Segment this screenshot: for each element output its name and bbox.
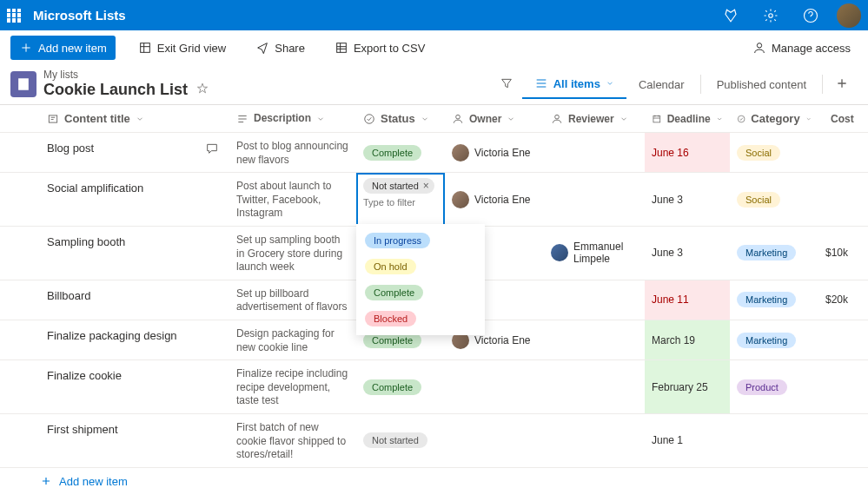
manage-access-button[interactable]: Manage access	[745, 37, 858, 58]
export-csv-button[interactable]: Export to CSV	[328, 37, 432, 58]
help-icon[interactable]	[797, 2, 825, 30]
cell-category[interactable]: Product	[730, 360, 818, 413]
status-option[interactable]: In progress	[356, 228, 485, 254]
cell-reviewer[interactable]	[544, 320, 645, 359]
cell-status[interactable]: Complete	[356, 360, 445, 413]
status-option[interactable]: Complete	[356, 280, 485, 306]
cell-deadline[interactable]: June 16	[645, 133, 730, 172]
cell-category[interactable]: Social	[730, 133, 818, 172]
col-content-title[interactable]: Content title	[40, 105, 229, 132]
add-new-item-button[interactable]: Add new item	[10, 36, 116, 60]
cell-cost[interactable]	[818, 133, 858, 172]
row-handle[interactable]	[0, 414, 40, 467]
premium-icon[interactable]	[717, 2, 745, 30]
cell-reviewer[interactable]	[544, 280, 645, 320]
reviewer-name: Emmanuel Limpele	[573, 241, 638, 265]
cell-cost[interactable]: $20k	[818, 280, 858, 320]
cell-owner[interactable]	[445, 414, 544, 467]
cell-category[interactable]: Marketing	[730, 227, 818, 280]
svg-rect-2	[140, 43, 149, 53]
cell-reviewer[interactable]	[544, 173, 645, 226]
gear-icon[interactable]	[757, 2, 785, 30]
cell-deadline[interactable]: March 19	[645, 320, 730, 359]
cell-description[interactable]: Post about launch to Twitter, Facebook, …	[229, 173, 356, 226]
cell-description[interactable]: Design packaging for new cookie line	[229, 320, 356, 359]
add-new-item-row[interactable]: Add new item	[0, 468, 868, 488]
cell-title[interactable]: Finalize cookie	[40, 360, 229, 413]
cell-status[interactable]: Not started	[356, 414, 445, 467]
status-option[interactable]: Blocked	[356, 306, 485, 332]
table-row[interactable]: Finalize cookieFinalize recipe including…	[0, 360, 868, 414]
row-handle[interactable]	[0, 360, 40, 413]
table-row[interactable]: First shipmentFirst batch of new cookie …	[0, 414, 868, 468]
table-row[interactable]: Social amplificationPost about launch to…	[0, 173, 868, 227]
cell-owner[interactable]: Victoria Ene	[445, 173, 544, 226]
table-row[interactable]: Blog postPost to blog announcing new fla…	[0, 133, 868, 173]
status-filter-input[interactable]	[363, 197, 438, 208]
cell-cost[interactable]	[818, 360, 858, 413]
comment-icon[interactable]	[205, 142, 219, 158]
cell-deadline[interactable]: June 3	[645, 173, 730, 226]
app-launcher-icon[interactable]	[7, 9, 21, 23]
status-pill: Not started	[363, 432, 427, 448]
cell-deadline[interactable]: June 3	[645, 227, 730, 280]
row-handle[interactable]	[0, 173, 40, 226]
col-status[interactable]: Status	[356, 105, 445, 132]
cell-deadline[interactable]: June 11	[645, 280, 730, 320]
cell-description[interactable]: Set up billboard advertisement of flavor…	[229, 280, 356, 320]
row-handle[interactable]	[0, 133, 40, 172]
row-handle[interactable]	[0, 227, 40, 280]
cell-status[interactable]: Complete	[356, 133, 445, 172]
row-handle[interactable]	[0, 320, 40, 359]
cell-category[interactable]: Marketing	[730, 280, 818, 320]
col-deadline[interactable]: Deadline	[645, 105, 730, 132]
cell-deadline[interactable]: February 25	[645, 360, 730, 413]
exit-grid-button[interactable]: Exit Grid view	[131, 37, 233, 58]
view-published[interactable]: Published content	[705, 71, 818, 98]
col-category[interactable]: Category	[730, 105, 818, 132]
cell-owner[interactable]	[445, 360, 544, 413]
col-reviewer[interactable]: Reviewer	[544, 105, 645, 132]
cell-owner[interactable]: Victoria Ene	[445, 133, 544, 172]
cell-cost[interactable]	[818, 173, 858, 226]
cell-category[interactable]: Social	[730, 173, 818, 226]
cell-reviewer[interactable]	[544, 133, 645, 172]
cell-cost[interactable]: $10k	[818, 227, 858, 280]
view-calendar[interactable]: Calendar	[626, 71, 697, 98]
filter-icon[interactable]	[491, 71, 522, 98]
status-option[interactable]: On hold	[356, 254, 485, 280]
owner-name: Victoria Ene	[474, 334, 530, 346]
col-cost[interactable]: Cost	[818, 105, 858, 132]
cell-reviewer[interactable]	[544, 360, 645, 413]
cell-reviewer[interactable]	[544, 414, 645, 467]
cell-title[interactable]: Billboard	[40, 280, 229, 320]
favorite-star-icon[interactable]	[196, 82, 209, 97]
add-view-button[interactable]	[826, 71, 858, 98]
cell-description[interactable]: Post to blog announcing new flavors	[229, 133, 356, 172]
cell-description[interactable]: First batch of new cookie flavor shipped…	[229, 414, 356, 467]
col-description[interactable]: Description	[229, 105, 356, 132]
cell-title[interactable]: Finalize packaging design	[40, 320, 229, 359]
status-pill: Complete	[363, 379, 421, 395]
cell-title[interactable]: Social amplification	[40, 173, 229, 226]
cell-title[interactable]: First shipment	[40, 414, 229, 467]
col-owner[interactable]: Owner	[445, 105, 544, 132]
row-handle[interactable]	[0, 280, 40, 320]
cell-cost[interactable]	[818, 414, 858, 467]
cell-category[interactable]	[730, 414, 818, 467]
share-button[interactable]: Share	[248, 37, 312, 58]
cell-description[interactable]: Set up sampling booth in Grocery store d…	[229, 227, 356, 280]
cell-cost[interactable]	[818, 320, 858, 359]
breadcrumb[interactable]: My lists	[43, 69, 209, 81]
cell-status[interactable]: Not started×In progressOn holdCompleteBl…	[356, 173, 445, 226]
deadline-text: June 16	[652, 147, 689, 159]
cell-deadline[interactable]: June 1	[645, 414, 730, 467]
cell-description[interactable]: Finalize recipe including recipe develop…	[229, 360, 356, 413]
cell-title[interactable]: Sampling booth	[40, 227, 229, 280]
cell-reviewer[interactable]: Emmanuel Limpele	[544, 227, 645, 280]
user-avatar[interactable]	[837, 3, 861, 28]
cell-category[interactable]: Marketing	[730, 320, 818, 359]
cell-title[interactable]: Blog post	[40, 133, 229, 172]
remove-chip-icon[interactable]: ×	[423, 180, 429, 192]
view-all-items[interactable]: All items	[522, 69, 626, 99]
